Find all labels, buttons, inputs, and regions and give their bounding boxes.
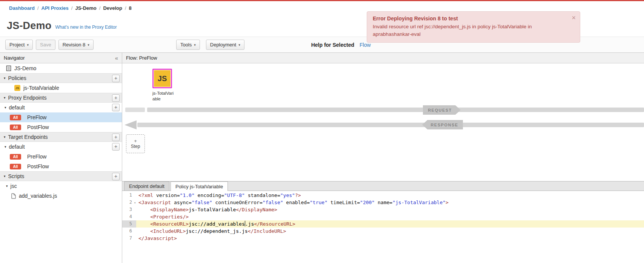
whats-new-link[interactable]: What's new in the Proxy Editor xyxy=(55,25,117,30)
help-for-selected-label: Help for Selected xyxy=(311,42,354,48)
code-line[interactable]: 5 <ResourceURL>jsc://add_variables.js</R… xyxy=(122,220,644,228)
help-topic-link[interactable]: Flow xyxy=(360,42,371,48)
project-menu-button[interactable]: Project ▾ xyxy=(5,40,33,50)
main-split: Navigator « JS-Demo ▾ Policies + JS js-T… xyxy=(0,53,644,263)
code-text[interactable]: </Javascript> xyxy=(136,235,644,242)
triangle-down-icon: ▾ xyxy=(4,76,6,80)
breadcrumb-separator: / xyxy=(125,5,126,11)
tools-menu-label: Tools xyxy=(180,42,192,48)
policy-node-js-totalvariable[interactable]: JS js-TotalVariable xyxy=(152,69,175,102)
file-icon xyxy=(11,193,16,199)
code-text[interactable]: <DisplayName>js-TotalVariable</DisplayNa… xyxy=(136,206,644,213)
response-arrow-icon xyxy=(124,120,137,129)
js-policy-icon: JS xyxy=(154,70,171,87)
code-line[interactable]: 6 <IncludeURL>jsc://dependent_js.js</Inc… xyxy=(122,228,644,235)
proxy-default-label: default xyxy=(9,105,25,111)
triangle-down-icon: ▾ xyxy=(6,184,8,188)
caret-down-icon: ▾ xyxy=(238,43,240,47)
response-pipe xyxy=(137,123,644,127)
add-script-button[interactable]: + xyxy=(112,173,120,180)
add-target-endpoint-button[interactable]: + xyxy=(112,134,120,141)
project-menu-label: Project xyxy=(9,42,25,48)
code-text[interactable]: <Properties/> xyxy=(136,213,644,220)
tools-menu-button[interactable]: Tools ▾ xyxy=(176,40,200,50)
add-step-button[interactable]: + Step xyxy=(126,134,145,153)
section-target-endpoints[interactable]: ▾ Target Endpoints + xyxy=(0,132,122,142)
policy-item-label: js-TotalVariable xyxy=(23,85,59,91)
breadcrumb-separator: / xyxy=(99,5,101,11)
breadcrumb-dashboard[interactable]: Dashboard xyxy=(9,5,35,11)
tab-policy-js-totalvariable[interactable]: Policy js-TotalVariable xyxy=(171,181,228,191)
workspace: Flow: PreFlow JS js-TotalVariable REQUES… xyxy=(122,53,644,263)
breadcrumb-api-proxies[interactable]: API Proxies xyxy=(41,5,69,11)
flow-condition-badge: All xyxy=(10,115,21,120)
add-proxy-endpoint-button[interactable]: + xyxy=(112,94,120,102)
sidebar-item-add-variables-js[interactable]: add_variables.js xyxy=(0,191,122,201)
flow-title: Flow: PreFlow xyxy=(126,55,157,61)
section-scripts[interactable]: ▾ Scripts + xyxy=(0,171,122,181)
add-target-flow-button[interactable]: + xyxy=(112,143,120,151)
sidebar-item-target-default[interactable]: ▾ default + xyxy=(0,142,122,152)
section-proxy-endpoints-label: Proxy Endpoints xyxy=(8,95,47,101)
close-icon[interactable]: × xyxy=(572,14,576,22)
sidebar-item-proxy-preflow[interactable]: All PreFlow xyxy=(0,112,122,122)
revision-menu-button[interactable]: Revision 8 ▾ xyxy=(58,40,94,50)
section-target-endpoints-label: Target Endpoints xyxy=(8,134,48,140)
section-proxy-endpoints[interactable]: ▾ Proxy Endpoints + xyxy=(0,93,122,103)
response-banner: RESPONSE xyxy=(422,120,463,129)
caret-down-icon: ▾ xyxy=(27,43,29,47)
policy-node-selected-frame: JS xyxy=(152,69,172,88)
flow-condition-badge: All xyxy=(10,164,21,169)
error-alert-title: Error Deploying Revision 8 to test xyxy=(373,15,567,22)
navigator-header: Navigator « xyxy=(0,53,122,63)
sidebar-item-jsc-folder[interactable]: ▾ jsc xyxy=(0,181,122,191)
triangle-down-icon: ▾ xyxy=(4,135,6,139)
flow-condition-badge: All xyxy=(10,125,21,130)
section-policies-label: Policies xyxy=(8,75,26,81)
breadcrumb-proxy-name: JS-Demo xyxy=(75,5,96,11)
line-number: 4 xyxy=(122,213,136,220)
line-number: 6 xyxy=(122,228,136,235)
collapse-panel-icon[interactable]: « xyxy=(115,55,118,61)
editor-tabbar: Endpoint default Policy js-TotalVariable xyxy=(122,181,644,191)
code-text[interactable]: <Javascript async="false" continueOnErro… xyxy=(136,199,644,206)
sidebar-item-proxy-root[interactable]: JS-Demo xyxy=(0,63,122,73)
code-line[interactable]: 7</Javascript> xyxy=(122,235,644,242)
section-policies[interactable]: ▾ Policies + xyxy=(0,73,122,83)
save-button-label: Save xyxy=(40,42,51,48)
error-alert-message: Invalid resource url ref jsc://dependent… xyxy=(373,23,567,38)
sidebar-item-target-postflow[interactable]: All PostFlow xyxy=(0,161,122,171)
navigator-panel: Navigator « JS-Demo ▾ Policies + JS js-T… xyxy=(0,53,122,263)
code-line[interactable]: 4 <Properties/> xyxy=(122,213,644,220)
add-policy-button[interactable]: + xyxy=(112,75,120,82)
flow-condition-badge: All xyxy=(10,154,21,160)
code-editor[interactable]: 1<?xml version="1.0" encoding="UTF-8" st… xyxy=(122,191,644,263)
tab-endpoint-default[interactable]: Endpoint default xyxy=(124,181,169,191)
fold-toggle-icon[interactable]: ▾ xyxy=(134,199,136,206)
add-proxy-flow-button[interactable]: + xyxy=(112,104,120,111)
document-icon xyxy=(6,65,11,71)
sidebar-item-target-preflow[interactable]: All PreFlow xyxy=(0,152,122,161)
section-scripts-label: Scripts xyxy=(8,173,25,179)
save-button[interactable]: Save xyxy=(36,40,55,50)
code-text[interactable]: <?xml version="1.0" encoding="UTF-8" sta… xyxy=(136,192,644,199)
code-line[interactable]: 1<?xml version="1.0" encoding="UTF-8" st… xyxy=(122,192,644,199)
sidebar-item-proxy-default[interactable]: ▾ default + xyxy=(0,103,122,112)
code-text[interactable]: <ResourceURL>jsc://add_variables.js</Res… xyxy=(136,220,644,228)
request-pipe-start xyxy=(125,108,145,112)
code-text[interactable]: <IncludeURL>jsc://dependent_js.js</Inclu… xyxy=(136,228,644,235)
deployment-menu-button[interactable]: Deployment ▾ xyxy=(206,40,244,50)
error-alert: Error Deploying Revision 8 to test Inval… xyxy=(367,11,580,43)
page-title: JS-Demo xyxy=(7,20,51,32)
line-number: 7 xyxy=(122,235,136,242)
triangle-down-icon: ▾ xyxy=(5,145,6,149)
code-line[interactable]: 3 <DisplayName>js-TotalVariable</Display… xyxy=(122,206,644,213)
sidebar-item-policy-js-totalvariable[interactable]: JS js-TotalVariable xyxy=(0,83,122,93)
triangle-down-icon: ▾ xyxy=(5,106,6,109)
code-line[interactable]: 2▾<Javascript async="false" continueOnEr… xyxy=(122,199,644,206)
breadcrumb-develop: Develop xyxy=(103,5,122,11)
target-preflow-label: PreFlow xyxy=(27,154,46,160)
sidebar-item-proxy-postflow[interactable]: All PostFlow xyxy=(0,122,122,132)
caret-down-icon: ▾ xyxy=(88,43,89,47)
line-number: 3 xyxy=(122,206,136,213)
